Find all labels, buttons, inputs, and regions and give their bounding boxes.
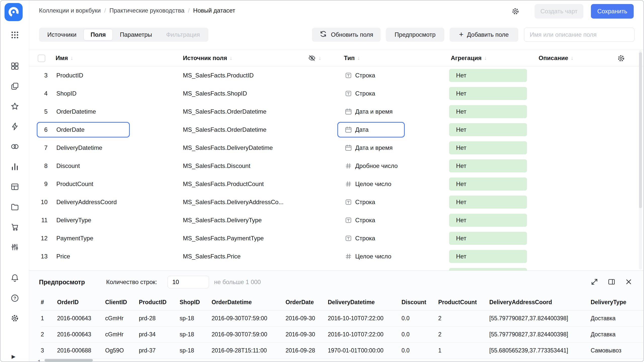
field-source[interactable]: MS_SalesFacts.OrderDatetime — [183, 103, 266, 121]
dataset-settings-gear-icon[interactable] — [510, 6, 520, 16]
field-type-cell[interactable]: Дата и время — [337, 140, 405, 156]
row-count-input[interactable] — [168, 276, 209, 288]
field-row[interactable]: 9ProductCountMS_SalesFacts.ProductCountЦ… — [29, 175, 644, 193]
field-row[interactable]: 12PaymentTypeMS_SalesFacts.PaymentTypeСт… — [29, 229, 644, 247]
aggregation-select[interactable]: Нет — [449, 177, 527, 191]
field-source[interactable]: MS_SalesFacts.DeliveryType — [183, 211, 262, 229]
scrollbar-thumb[interactable] — [639, 52, 642, 208]
field-type-cell[interactable]: Строка — [337, 86, 405, 101]
bar-chart-icon[interactable] — [1, 157, 29, 177]
split-view-icon[interactable] — [607, 277, 616, 286]
aggregation-select[interactable]: Нет — [449, 159, 527, 172]
column-header-name[interactable]: Имя↓ — [56, 50, 73, 66]
column-header-type[interactable]: Тип↓ — [344, 50, 360, 66]
columns-settings-gear-icon[interactable] — [617, 54, 625, 64]
field-source[interactable]: MS_SalesFacts.DeliveryAddressCo... — [183, 193, 284, 211]
field-name-cell[interactable]: 13Price — [37, 249, 130, 264]
aggregation-select[interactable]: Нет — [449, 69, 527, 82]
field-row[interactable]: 5OrderDatetimeMS_SalesFacts.OrderDatetim… — [29, 103, 644, 121]
column-header-visibility[interactable]: ↓ — [308, 50, 321, 66]
expand-preview-icon[interactable] — [590, 277, 599, 286]
field-row[interactable]: 10DeliveryAddressCoordMS_SalesFacts.Deli… — [29, 193, 644, 211]
settings-gear-icon[interactable] — [1, 308, 29, 328]
field-row[interactable]: 6OrderDateMS_SalesFacts.OrderDatetimeДат… — [29, 121, 644, 139]
field-name-cell[interactable]: 7DeliveryDatetime — [37, 140, 130, 156]
favorites-star-icon[interactable] — [1, 96, 29, 116]
add-field-button[interactable]: + Добавить поле — [450, 28, 518, 42]
field-row[interactable]: 11DeliveryTypeMS_SalesFacts.DeliveryType… — [29, 211, 644, 229]
create-chart-button[interactable]: Создать чарт — [535, 4, 583, 19]
cart-icon[interactable] — [1, 217, 29, 237]
tab-parameters[interactable]: Параметры — [113, 29, 159, 40]
field-source[interactable]: MS_SalesFacts.Discount — [183, 157, 250, 175]
save-button[interactable]: Сохранить — [591, 4, 634, 19]
scroll-left-arrow-icon[interactable]: ◂ — [38, 358, 40, 362]
workbooks-icon[interactable] — [1, 76, 29, 96]
field-name-cell[interactable]: 11DeliveryType — [37, 212, 130, 228]
field-type-cell[interactable]: Строка — [337, 194, 405, 210]
field-type-cell[interactable]: Строка — [337, 68, 405, 83]
column-header-source[interactable]: Источник поля↓ — [183, 50, 232, 66]
field-name-cell[interactable]: 12PaymentType — [37, 231, 130, 246]
column-header-description[interactable]: Описание↓ — [539, 50, 573, 66]
field-name-cell[interactable]: 8Discount — [37, 158, 130, 174]
field-source[interactable]: MS_SalesFacts.Price — [183, 247, 240, 265]
close-preview-icon[interactable] — [624, 277, 633, 286]
field-name-cell[interactable]: 10DeliveryAddressCoord — [37, 194, 130, 210]
field-name-cell[interactable]: 4ShopID — [37, 86, 130, 101]
breadcrumb-item-guides[interactable]: Практические руководства — [109, 7, 184, 14]
fields-vertical-scrollbar[interactable] — [639, 50, 642, 269]
aggregation-select[interactable]: Нет — [449, 87, 527, 100]
column-header-aggregation[interactable]: Агрегация↓ — [451, 50, 487, 66]
aggregation-select[interactable]: Нет — [449, 214, 527, 227]
apps-grid-icon[interactable] — [1, 26, 29, 44]
field-source[interactable]: MS_SalesFacts.ShopID — [183, 84, 247, 103]
sliders-icon[interactable] — [1, 237, 29, 257]
table-icon[interactable] — [1, 177, 29, 197]
field-name-cell[interactable]: 3ProductID — [37, 68, 130, 83]
widgets-icon[interactable] — [1, 56, 29, 76]
aggregation-select[interactable]: Нет — [449, 196, 527, 209]
field-type-cell[interactable]: Целое число — [337, 176, 405, 192]
aggregation-select[interactable]: Нет — [449, 141, 527, 154]
field-name-cell[interactable]: 6OrderDate — [37, 122, 130, 138]
tab-sources[interactable]: Источники — [40, 29, 84, 40]
field-source[interactable]: MS_SalesFacts.DeliveryDatetime — [183, 139, 273, 157]
field-row[interactable]: 7DeliveryDatetimeMS_SalesFacts.DeliveryD… — [29, 139, 644, 157]
select-all-checkbox[interactable] — [38, 55, 45, 62]
field-type-cell[interactable]: Строка — [337, 231, 405, 246]
sidebar-collapse-arrow-icon[interactable]: ▶ — [12, 353, 15, 359]
help-icon[interactable]: ? — [1, 288, 29, 308]
preview-toggle-button[interactable]: Предпросмотр — [386, 28, 444, 42]
datalens-logo[interactable] — [5, 3, 23, 21]
field-row[interactable]: 3ProductIDMS_SalesFacts.ProductIDСтрокаН… — [29, 66, 644, 84]
services-circles-icon[interactable] — [1, 137, 29, 157]
folder-icon[interactable] — [1, 197, 29, 217]
field-source[interactable]: MS_SalesFacts.ProductCount — [183, 175, 264, 193]
field-name-cell[interactable]: 5OrderDatetime — [37, 104, 130, 119]
field-type-cell[interactable]: Дробное число — [337, 158, 405, 174]
tab-fields[interactable]: Поля — [84, 29, 113, 40]
aggregation-select[interactable]: Нет — [449, 123, 527, 136]
breadcrumb-item-collections[interactable]: Коллекции и воркбуки — [39, 7, 101, 14]
field-search-input[interactable] — [524, 28, 634, 42]
lightning-icon[interactable] — [1, 116, 29, 137]
field-source[interactable]: MS_SalesFacts.OrderDatetime — [183, 121, 266, 139]
field-type-cell[interactable]: Строка — [337, 212, 405, 228]
field-row[interactable]: 4ShopIDMS_SalesFacts.ShopIDСтрокаНет — [29, 84, 644, 103]
aggregation-select[interactable]: Нет — [449, 232, 527, 245]
field-type-cell[interactable]: Дата и время — [337, 104, 405, 119]
scrollbar-thumb[interactable] — [45, 359, 93, 361]
aggregation-select[interactable]: Нет — [449, 250, 527, 263]
field-name-cell[interactable]: 9ProductCount — [37, 176, 130, 192]
aggregation-select[interactable]: Нет — [449, 105, 527, 118]
field-type-cell[interactable]: Целое число — [337, 249, 405, 264]
refresh-fields-button[interactable]: Обновить поля — [312, 28, 381, 42]
field-source[interactable]: MS_SalesFacts.PaymentType — [183, 229, 264, 247]
field-source[interactable]: MS_SalesFacts.ProductID — [183, 66, 254, 84]
field-type-cell[interactable]: Дата — [337, 122, 405, 138]
field-row[interactable]: 13PriceMS_SalesFacts.PriceЦелое числоНет — [29, 247, 644, 265]
preview-horizontal-scrollbar[interactable]: ◂ — [38, 358, 641, 362]
bell-icon[interactable] — [1, 268, 29, 288]
field-row[interactable]: 8DiscountMS_SalesFacts.DiscountДробное ч… — [29, 157, 644, 175]
